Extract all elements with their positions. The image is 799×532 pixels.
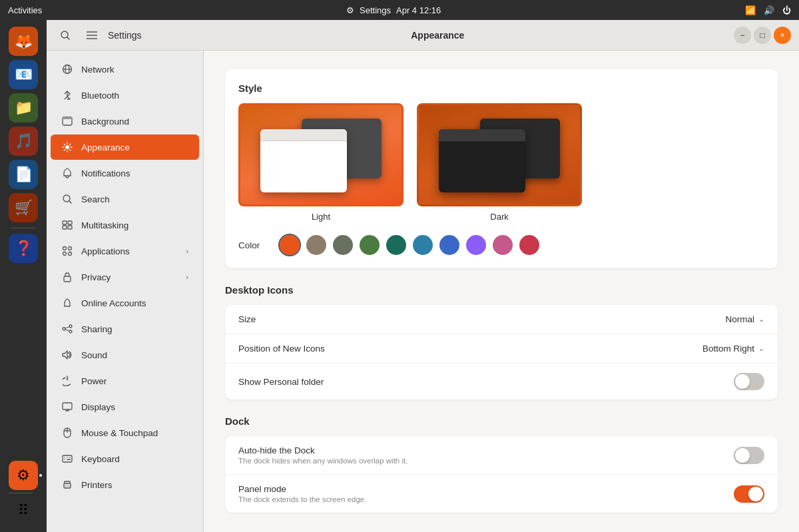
dark-theme-card[interactable]: Dark	[417, 103, 582, 222]
sidebar-label-applications: Applications	[81, 246, 130, 256]
privacy-icon	[61, 271, 73, 283]
dock-icon-help[interactable]: ❓	[9, 234, 38, 263]
sidebar-title-label: Settings	[108, 30, 142, 41]
dock-icon-settings[interactable]: ⚙	[9, 461, 38, 490]
activities-label[interactable]: Activities	[8, 5, 42, 15]
color-swatch-teal[interactable]	[386, 235, 406, 255]
autohide-toggle[interactable]	[734, 447, 764, 464]
light-theme-card[interactable]: Light	[238, 103, 403, 222]
dock-card: Auto-hide the Dock The dock hides when a…	[225, 436, 778, 513]
show-personal-row: Show Personal folder	[225, 364, 778, 399]
color-swatch-pink[interactable]	[493, 235, 513, 255]
light-theme-label: Light	[238, 212, 403, 222]
sidebar-item-bluetooth[interactable]: Bluetooth	[51, 83, 199, 108]
topbar-network-icon: 📶	[745, 5, 756, 15]
svg-point-20	[69, 247, 72, 250]
style-title: Style	[238, 83, 764, 94]
minimize-button[interactable]: −	[734, 27, 751, 44]
dock: 🦊 📧 📁 🎵 📄 🛒 ❓ ⚙ ⠿	[0, 20, 47, 532]
show-personal-label: Show Personal folder	[238, 377, 324, 387]
theme-cards: Light	[238, 103, 764, 222]
svg-point-26	[69, 330, 72, 333]
maximize-button[interactable]: □	[754, 27, 771, 44]
sidebar-item-search[interactable]: Search	[51, 186, 199, 212]
appearance-main: Style	[204, 51, 799, 532]
color-swatch-red[interactable]	[519, 235, 539, 255]
topbar: Activities ⚙ Settings Apr 4 12:16 📶 🔊 ⏻	[0, 0, 799, 20]
dock-icon-libreoffice[interactable]: 📄	[9, 160, 38, 189]
size-dropdown[interactable]: Normal ⌄	[725, 314, 764, 324]
topbar-settings-icon: ⚙	[346, 5, 354, 15]
color-swatch-sage[interactable]	[333, 235, 353, 255]
online-accounts-icon	[61, 297, 73, 309]
sidebar-item-online-accounts[interactable]: Online Accounts	[51, 290, 199, 316]
sidebar-item-keyboard[interactable]: Keyboard	[51, 446, 199, 471]
dock-icon-rhythmbox[interactable]: 🎵	[9, 127, 38, 156]
sidebar-item-network[interactable]: Network	[51, 57, 199, 82]
dock-icon-firefox[interactable]: 🦊	[9, 27, 38, 56]
sidebar-item-sharing[interactable]: Sharing	[51, 316, 199, 342]
position-dropdown[interactable]: Bottom Right ⌄	[702, 344, 764, 354]
sidebar-item-power[interactable]: Power	[51, 368, 199, 394]
color-swatch-orange[interactable]	[280, 235, 300, 255]
svg-rect-29	[63, 403, 72, 409]
sidebar-item-sound[interactable]: Sound	[51, 342, 199, 368]
keyboard-icon	[61, 453, 73, 465]
desktop-icons-card: Size Normal ⌄ Position of New Icons Bott…	[225, 305, 778, 399]
position-row: Position of New Icons Bottom Right ⌄	[225, 334, 778, 364]
color-swatch-tan[interactable]	[306, 235, 326, 255]
svg-line-14	[69, 201, 71, 203]
sidebar-item-applications[interactable]: Applications ›	[51, 238, 199, 264]
show-personal-toggle[interactable]	[734, 373, 764, 390]
sidebar-label-multitasking: Multitasking	[81, 220, 129, 230]
sidebar-label-network: Network	[81, 65, 115, 75]
sidebar-label-power: Power	[81, 376, 107, 386]
sidebar-label-sharing: Sharing	[81, 324, 113, 334]
sidebar-item-appearance[interactable]: Appearance	[51, 134, 199, 160]
color-swatch-blue-teal[interactable]	[413, 235, 433, 255]
topbar-app-name: Settings	[360, 5, 391, 15]
header-menu-button[interactable]	[81, 29, 103, 42]
sidebar-item-mouse-touchpad[interactable]: Mouse & Touchpad	[51, 420, 199, 445]
color-swatch-blue[interactable]	[439, 235, 459, 255]
dock-icon-appgrid[interactable]: ⠿	[9, 496, 38, 525]
sidebar-item-background[interactable]: Background	[51, 109, 199, 134]
svg-line-9	[65, 97, 67, 99]
svg-rect-18	[68, 226, 72, 229]
close-button[interactable]: ×	[774, 27, 791, 44]
autohide-label-group: Auto-hide the Dock The dock hides when a…	[238, 445, 407, 465]
svg-line-1	[67, 37, 69, 39]
window-header: Appearance Settings Appearance − □ ×	[47, 20, 799, 51]
dock-icon-files[interactable]: 📁	[9, 93, 38, 123]
topbar-power-icon: ⏻	[782, 5, 791, 15]
privacy-chevron: ›	[186, 273, 188, 281]
svg-point-22	[69, 252, 72, 256]
svg-rect-17	[63, 226, 67, 229]
dock-icon-appstore[interactable]: 🛒	[9, 193, 38, 222]
sidebar-label-notifications: Notifications	[81, 168, 131, 178]
sidebar-label-search: Search	[81, 194, 110, 204]
sidebar-item-displays[interactable]: Displays	[51, 394, 199, 419]
sidebar-label-background: Background	[81, 117, 129, 127]
position-value: Bottom Right	[702, 344, 754, 354]
sidebar-item-printers[interactable]: Printers	[51, 472, 199, 497]
sidebar-item-privacy[interactable]: Privacy ›	[51, 264, 199, 290]
color-swatch-purple[interactable]	[466, 235, 486, 255]
panel-mode-toggle[interactable]	[734, 485, 764, 503]
svg-rect-23	[64, 276, 71, 282]
power-icon	[61, 375, 73, 387]
header-search-button[interactable]	[55, 27, 76, 43]
dark-theme-label: Dark	[417, 212, 582, 222]
dock-separator	[11, 228, 35, 228]
dock-title: Dock	[225, 415, 778, 427]
sidebar-label-privacy: Privacy	[81, 272, 111, 282]
sidebar-label-bluetooth: Bluetooth	[81, 91, 119, 101]
sidebar-item-notifications[interactable]: Notifications	[51, 160, 199, 186]
color-swatch-green[interactable]	[360, 235, 380, 255]
network-icon	[61, 63, 73, 75]
sidebar-label-appearance: Appearance	[81, 142, 130, 152]
dock-icon-thunderbird[interactable]: 📧	[9, 60, 38, 89]
color-row: Color	[238, 235, 764, 255]
color-label: Color	[238, 240, 270, 250]
sidebar-item-multitasking[interactable]: Multitasking	[51, 212, 199, 238]
